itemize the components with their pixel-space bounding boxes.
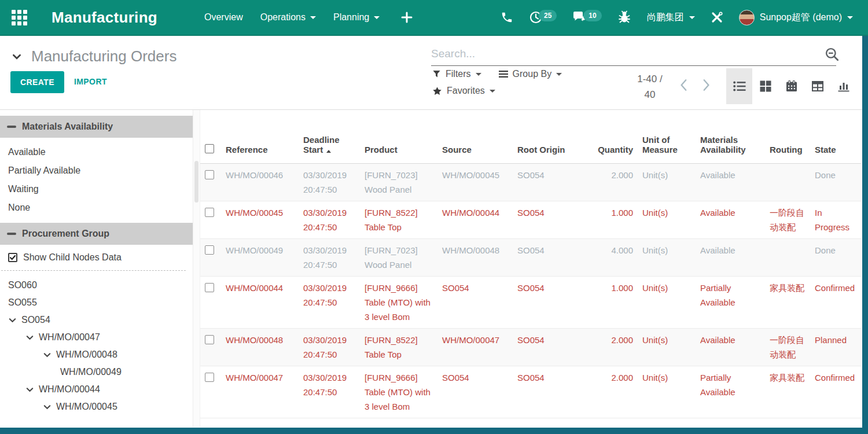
filters-dropdown[interactable]: Filters xyxy=(432,69,481,79)
cell-deadline[interactable]: 03/30/2019 20:47:50 xyxy=(299,276,360,328)
cell-state[interactable]: Confirmed xyxy=(810,276,861,328)
table-row[interactable]: WH/MO/0004403/30/2019 20:47:50[FURN_9666… xyxy=(200,276,861,328)
cell-select[interactable] xyxy=(200,238,221,276)
table-row[interactable]: WH/MO/0004503/30/2019 20:47:50[FURN_8522… xyxy=(200,201,861,238)
column-header-quantity[interactable]: Quantity xyxy=(587,110,638,163)
cell-uom[interactable]: Unit(s) xyxy=(638,201,696,238)
cell-availability[interactable]: Partially Available xyxy=(696,366,765,418)
cell-quantity[interactable]: 2.000 xyxy=(587,163,638,201)
nav-item-operations[interactable]: Operations xyxy=(260,12,316,23)
cell-source[interactable]: WH/MO/00048 xyxy=(437,238,513,276)
graph-view-button[interactable] xyxy=(830,68,856,104)
cell-state[interactable]: Confirmed xyxy=(810,366,861,418)
filter-partially-available[interactable]: Partially Available xyxy=(0,161,193,180)
cell-quantity[interactable]: 1.000 xyxy=(587,201,638,238)
cell-uom[interactable]: Unit(s) xyxy=(638,276,696,328)
select-all-checkbox[interactable] xyxy=(205,144,214,153)
cell-uom[interactable]: Unit(s) xyxy=(638,238,696,276)
tree-item-so055[interactable]: SO055 xyxy=(0,294,193,311)
cell-source[interactable]: SO054 xyxy=(437,366,513,418)
plus-icon[interactable] xyxy=(401,12,413,23)
cell-reference[interactable]: WH/MO/00048 xyxy=(221,328,299,366)
column-header-source[interactable]: Source xyxy=(437,110,513,163)
sidebar-section-procurement-group[interactable]: Procurement Group xyxy=(0,223,193,245)
cell-quantity[interactable]: 2.000 xyxy=(587,366,638,418)
cell-root_origin[interactable]: SO054 xyxy=(513,328,587,366)
tree-item-so060[interactable]: SO060 xyxy=(0,277,193,294)
row-checkbox[interactable] xyxy=(205,208,214,217)
cell-deadline[interactable]: 03/30/2019 20:47:50 xyxy=(299,238,360,276)
select-all-header[interactable] xyxy=(200,110,221,163)
cell-product[interactable]: [FURN_9666] Table (MTO) with 3 level Bom xyxy=(360,276,437,328)
company-switcher[interactable]: 尚鹏集团 xyxy=(647,12,695,24)
group-by-dropdown[interactable]: Group By xyxy=(499,69,562,79)
column-header-availability[interactable]: Materials Availability xyxy=(696,110,765,163)
calendar-view-button[interactable] xyxy=(778,68,804,104)
import-link[interactable]: IMPORT xyxy=(74,77,107,86)
sidebar-section-materials-availability[interactable]: Materials Availability xyxy=(0,116,193,138)
cell-routing[interactable]: 家具装配 xyxy=(765,276,810,328)
pager-next-icon[interactable] xyxy=(699,78,713,93)
cell-uom[interactable]: Unit(s) xyxy=(638,163,696,201)
cell-quantity[interactable]: 4.000 xyxy=(587,238,638,276)
cell-product[interactable]: [FURN_7023] Wood Panel xyxy=(360,238,437,276)
cell-select[interactable] xyxy=(200,276,221,328)
table-row[interactable]: WH/MO/0004803/30/2019 20:47:50[FURN_8522… xyxy=(200,328,861,366)
nav-item-overview[interactable]: Overview xyxy=(204,12,243,23)
tree-item-wh-mo-00044[interactable]: WH/MO/00044 xyxy=(0,381,193,398)
cell-routing[interactable] xyxy=(765,163,810,201)
cell-availability[interactable]: Available xyxy=(696,201,765,238)
horizontal-scrollbar[interactable] xyxy=(0,428,868,434)
cell-reference[interactable]: WH/MO/00045 xyxy=(221,201,299,238)
cell-root_origin[interactable]: SO054 xyxy=(513,201,587,238)
cell-select[interactable] xyxy=(200,201,221,238)
column-header-product[interactable]: Product xyxy=(360,110,437,163)
tree-item-wh-mo-00047[interactable]: WH/MO/00047 xyxy=(0,329,193,346)
column-header-uom[interactable]: Unit of Measure xyxy=(638,110,696,163)
collapse-chevron-icon[interactable] xyxy=(12,52,22,62)
cell-availability[interactable]: Available xyxy=(696,328,765,366)
create-button[interactable]: CREATE xyxy=(10,71,64,93)
cell-routing[interactable]: 一阶段自动装配 xyxy=(765,328,810,366)
bug-icon[interactable] xyxy=(617,10,631,24)
cell-product[interactable]: [FURN_9666] Table (MTO) with 3 level Bom xyxy=(360,366,437,418)
vertical-scrollbar[interactable] xyxy=(862,36,868,428)
row-checkbox[interactable] xyxy=(205,170,214,179)
cell-source[interactable]: WH/MO/00047 xyxy=(437,328,513,366)
search-icon[interactable] xyxy=(824,46,840,65)
cell-product[interactable]: [FURN_7023] Wood Panel xyxy=(360,163,437,201)
cell-state[interactable]: Done xyxy=(810,238,861,276)
tree-expand-icon[interactable] xyxy=(43,351,52,359)
tools-icon[interactable] xyxy=(711,11,723,24)
tree-item-wh-mo-00048[interactable]: WH/MO/00048 xyxy=(0,346,193,363)
cell-reference[interactable]: WH/MO/00046 xyxy=(221,163,299,201)
pivot-view-button[interactable] xyxy=(804,68,830,104)
cell-deadline[interactable]: 03/30/2019 20:47:50 xyxy=(299,366,360,418)
scrollbar-thumb[interactable] xyxy=(194,161,198,203)
cell-deadline[interactable]: 03/30/2019 20:47:50 xyxy=(299,201,360,238)
cell-state[interactable]: Planned xyxy=(810,328,861,366)
activities-clock-icon[interactable]: 25 xyxy=(529,10,557,24)
column-header-reference[interactable]: Reference xyxy=(221,110,299,163)
cell-root_origin[interactable]: SO054 xyxy=(513,366,587,418)
table-row[interactable]: WH/MO/0004903/30/2019 20:47:50[FURN_7023… xyxy=(200,238,861,276)
column-header-state[interactable]: State xyxy=(810,110,861,163)
kanban-view-button[interactable] xyxy=(752,68,778,104)
cell-availability[interactable]: Available xyxy=(696,163,765,201)
tree-expand-icon[interactable] xyxy=(8,316,17,325)
cell-reference[interactable]: WH/MO/00047 xyxy=(221,366,299,418)
cell-source[interactable]: WH/MO/00045 xyxy=(437,163,513,201)
tree-expand-icon[interactable] xyxy=(25,385,34,394)
cell-select[interactable] xyxy=(200,328,221,366)
filter-available[interactable]: Available xyxy=(0,143,193,161)
tree-item-wh-mo-00049[interactable]: WH/MO/00049 xyxy=(0,363,193,381)
cell-routing[interactable]: 家具装配 xyxy=(765,366,810,418)
sidebar-scrollbar[interactable] xyxy=(193,110,200,427)
row-checkbox[interactable] xyxy=(205,283,214,292)
search-input[interactable] xyxy=(431,44,836,66)
tree-item-wh-mo-00045[interactable]: WH/MO/00045 xyxy=(0,398,193,415)
column-header-deadline[interactable]: Deadline Start xyxy=(299,110,360,163)
cell-routing[interactable]: 一阶段自动装配 xyxy=(765,201,810,238)
cell-quantity[interactable]: 1.000 xyxy=(587,276,638,328)
table-row[interactable]: WH/MO/0004703/30/2019 20:47:50[FURN_9666… xyxy=(200,366,861,418)
